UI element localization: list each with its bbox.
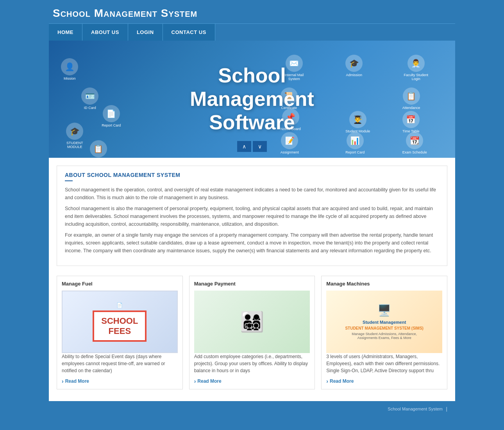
card-read-more-3[interactable]: › Read More xyxy=(326,378,442,384)
card-arrow-1: › xyxy=(62,378,64,384)
card-read-more-1[interactable]: › Read More xyxy=(62,378,178,384)
card-image-2: 👨‍👩‍👧‍👦 xyxy=(194,291,310,353)
banner-icon-10: 👨‍🎓Student Module xyxy=(345,111,370,133)
cards-section: Manage Fuel📄SCHOOLFEESAbility to define … xyxy=(57,276,447,389)
nav-item-login[interactable]: LOGIN xyxy=(128,24,163,41)
card-3: Manage Machines🖥️Student ManagementSTUDE… xyxy=(321,276,447,389)
nav-item-contact-us[interactable]: CONTACT US xyxy=(163,24,215,41)
footer-divider: | xyxy=(446,406,447,412)
card-title-2: Manage Payment xyxy=(194,281,310,287)
card-title-3: Manage Machines xyxy=(326,281,442,287)
card-desc-2: Add custom employee categories (i.e., de… xyxy=(194,353,310,374)
banner-icon-2: 🎓STUDENT MODULE xyxy=(61,123,88,149)
banner-next-button[interactable]: ∨ xyxy=(253,141,267,152)
site-title: School Management System xyxy=(49,7,455,20)
banner-icon-7: 👨‍💼Faculty Student Login xyxy=(402,55,430,81)
banner-icon-6: 🎓Admission xyxy=(345,55,363,77)
banner-icon-4: 📄Report Card xyxy=(102,105,121,127)
banner-arrows: ∧ ∨ xyxy=(237,141,267,152)
banner-icon-13: 📝Assignment xyxy=(281,132,299,154)
banner-icon-15: 📆Exam Schedule xyxy=(402,132,427,154)
card-arrow-2: › xyxy=(194,378,196,384)
nav-item-about-us[interactable]: ABOUT US xyxy=(82,24,128,41)
nav-item-home[interactable]: HOME xyxy=(49,24,82,41)
about-divider xyxy=(65,180,73,181)
about-paragraph-2: School management is also the management… xyxy=(65,205,439,228)
hero-banner: 👤Mission🪪ID Card🎓STUDENT MODULE📋Attendan… xyxy=(49,41,455,158)
footer-text: School Management System xyxy=(388,407,443,411)
about-heading: ABOUT SCHOOL MANAGEMENT SYSTEM xyxy=(65,172,439,178)
banner-prev-button[interactable]: ∧ xyxy=(237,141,251,152)
card-image-3: 🖥️Student ManagementSTUDENT MANAGEMENT S… xyxy=(326,291,442,353)
footer: School Management System | xyxy=(49,401,455,416)
card-1: Manage Fuel📄SCHOOLFEESAbility to define … xyxy=(57,276,183,389)
card-desc-1: Ability to define Special Event days (da… xyxy=(62,353,178,374)
card-desc-3: 3 levels of users (Administrators, Manag… xyxy=(326,353,442,374)
navigation: HOMEABOUT USLOGINCONTACT US xyxy=(49,23,455,41)
card-2: Manage Payment👨‍👩‍👧‍👦Add custom employee… xyxy=(189,276,315,389)
banner-text: School Management Software xyxy=(190,64,314,134)
banner-icon-1: 🪪ID Card xyxy=(81,87,98,110)
card-title-1: Manage Fuel xyxy=(62,281,178,287)
card-image-1: 📄SCHOOLFEES xyxy=(62,291,178,353)
banner-icon-14: 📊Report Card xyxy=(345,132,365,154)
banner-icon-3: 📋Attendance xyxy=(89,140,107,158)
about-paragraph-1: School management is the operation, cont… xyxy=(65,186,439,202)
card-arrow-3: › xyxy=(326,378,328,384)
banner-icon-0: 👤Mission xyxy=(61,58,78,80)
about-paragraph-3: For example, an owner of a single family… xyxy=(65,231,439,255)
banner-icon-12: 📅Time Table xyxy=(402,111,420,133)
banner-icon-9: 📋Attendance xyxy=(402,87,420,110)
card-read-more-2[interactable]: › Read More xyxy=(194,378,310,384)
about-section: ABOUT SCHOOL MANAGEMENT SYSTEM School ma… xyxy=(57,166,447,266)
